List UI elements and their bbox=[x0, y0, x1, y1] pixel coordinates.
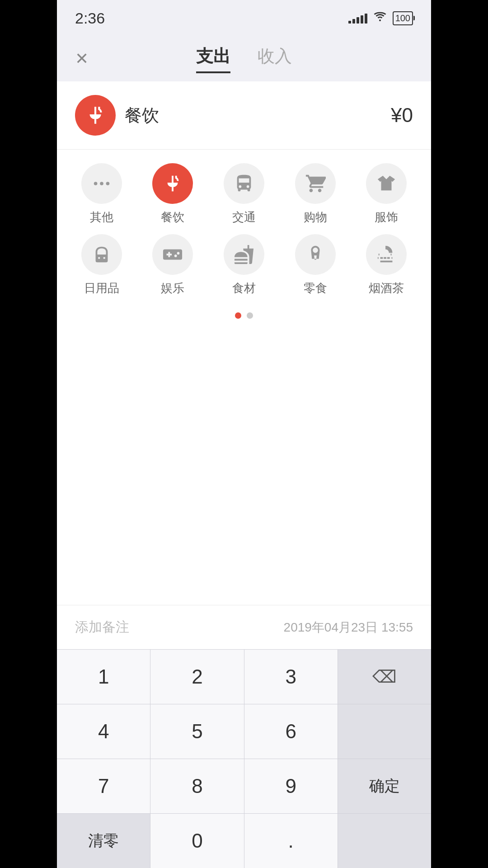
transport-icon bbox=[224, 163, 264, 204]
category-item-clothing[interactable]: 服饰 bbox=[357, 163, 416, 225]
category-item-food[interactable]: 食材 bbox=[215, 234, 273, 296]
key-2[interactable]: 2 bbox=[150, 650, 244, 704]
key-confirm[interactable]: 确定 bbox=[338, 759, 431, 813]
daily-label: 日用品 bbox=[84, 280, 119, 296]
tab-income[interactable]: 收入 bbox=[258, 45, 292, 73]
keypad-row-3: 7 8 9 确定 bbox=[57, 759, 431, 813]
category-row-2: 日用品 娱乐 食材 零食 bbox=[66, 234, 422, 296]
category-item-tobacco[interactable]: 烟酒茶 bbox=[357, 234, 416, 296]
category-section: 其他 餐饮 交通 bbox=[57, 150, 431, 337]
keypad-row-4: 清零 0 . bbox=[57, 813, 431, 868]
date-display: 2019年04月23日 13:55 bbox=[284, 619, 413, 636]
snacks-icon bbox=[295, 234, 336, 275]
category-header: 餐饮 ¥0 bbox=[57, 81, 431, 150]
snacks-label: 零食 bbox=[304, 280, 327, 296]
key-dot[interactable]: . bbox=[244, 814, 338, 868]
keypad-row-2: 4 5 6 bbox=[57, 704, 431, 759]
category-item-entertainment[interactable]: 娱乐 bbox=[143, 234, 202, 296]
wifi-icon bbox=[374, 11, 386, 25]
key-clear[interactable]: 清零 bbox=[57, 814, 150, 868]
selected-category-icon bbox=[75, 95, 116, 136]
page-dots bbox=[66, 305, 422, 328]
food-icon bbox=[224, 234, 264, 275]
tobacco-icon bbox=[366, 234, 407, 275]
key-6[interactable]: 6 bbox=[244, 704, 338, 759]
note-input[interactable]: 添加备注 bbox=[75, 618, 129, 637]
daily-icon bbox=[81, 234, 122, 275]
note-bar: 添加备注 2019年04月23日 13:55 bbox=[57, 605, 431, 649]
svg-point-0 bbox=[94, 182, 98, 185]
category-item-snacks[interactable]: 零食 bbox=[286, 234, 345, 296]
shopping-icon bbox=[295, 163, 336, 204]
selected-category-name: 餐饮 bbox=[125, 104, 159, 127]
other-label: 其他 bbox=[90, 209, 113, 225]
key-0[interactable]: 0 bbox=[150, 814, 244, 868]
entertainment-label: 娱乐 bbox=[161, 280, 184, 296]
dining-label: 餐饮 bbox=[161, 209, 184, 225]
category-row-1: 其他 餐饮 交通 bbox=[66, 163, 422, 225]
category-item-transport[interactable]: 交通 bbox=[215, 163, 273, 225]
key-1[interactable]: 1 bbox=[57, 650, 150, 704]
clothing-label: 服饰 bbox=[375, 209, 398, 225]
key-8[interactable]: 8 bbox=[150, 759, 244, 813]
battery-icon: 100 bbox=[393, 11, 413, 25]
amount-display: ¥0 bbox=[391, 104, 413, 127]
tab-expense[interactable]: 支出 bbox=[196, 45, 230, 73]
content-area bbox=[57, 337, 431, 605]
entertainment-icon bbox=[152, 234, 193, 275]
key-7[interactable]: 7 bbox=[57, 759, 150, 813]
food-label: 食材 bbox=[232, 280, 256, 296]
category-item-other[interactable]: 其他 bbox=[72, 163, 131, 225]
status-icons: 100 bbox=[348, 11, 413, 25]
dot-1 bbox=[235, 312, 241, 319]
delete-icon: ⌫ bbox=[372, 667, 397, 687]
key-4[interactable]: 4 bbox=[57, 704, 150, 759]
tobacco-label: 烟酒茶 bbox=[369, 280, 404, 296]
key-9[interactable]: 9 bbox=[244, 759, 338, 813]
category-item-daily[interactable]: 日用品 bbox=[72, 234, 131, 296]
header: ✕ 支出 收入 bbox=[57, 36, 431, 81]
status-bar: 2:36 100 bbox=[57, 0, 431, 36]
clothing-icon bbox=[366, 163, 407, 204]
close-button[interactable]: ✕ bbox=[75, 49, 89, 68]
tabs: 支出 收入 bbox=[196, 45, 292, 73]
category-header-left: 餐饮 bbox=[75, 95, 159, 136]
other-icon bbox=[81, 163, 122, 204]
svg-point-2 bbox=[106, 182, 109, 185]
keypad-row-1: 1 2 3 ⌫ bbox=[57, 649, 431, 704]
key-empty-right bbox=[338, 704, 431, 759]
signal-icon bbox=[348, 13, 367, 24]
key-5[interactable]: 5 bbox=[150, 704, 244, 759]
key-delete[interactable]: ⌫ bbox=[338, 650, 431, 704]
shopping-label: 购物 bbox=[304, 209, 327, 225]
category-item-dining[interactable]: 餐饮 bbox=[143, 163, 202, 225]
category-item-shopping[interactable]: 购物 bbox=[286, 163, 345, 225]
svg-point-1 bbox=[100, 182, 103, 185]
transport-label: 交通 bbox=[232, 209, 256, 225]
status-time: 2:36 bbox=[75, 9, 105, 27]
keypad: 1 2 3 ⌫ 4 5 6 7 8 9 确定 清零 0 . bbox=[57, 649, 431, 868]
dining-icon bbox=[152, 163, 193, 204]
key-empty-confirm bbox=[338, 814, 431, 868]
key-3[interactable]: 3 bbox=[244, 650, 338, 704]
dot-2 bbox=[247, 312, 253, 319]
